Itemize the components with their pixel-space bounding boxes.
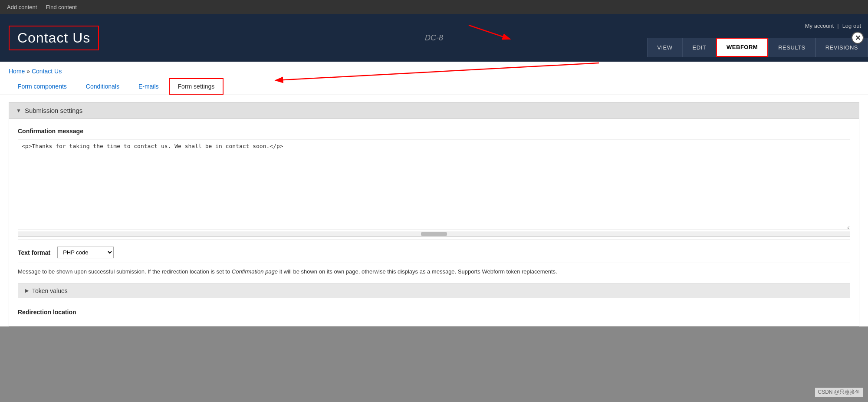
content-wrapper: Home » Contact Us Form components Condit… [0,62,868,326]
breadcrumb-separator: » [26,68,30,75]
main-content: ▼ Submission settings Confirmation messa… [0,102,868,326]
breadcrumb: Home » Contact Us [0,62,868,78]
tab-form-components[interactable]: Form components [9,78,76,95]
tab-results[interactable]: RESULTS [768,38,815,57]
help-text: Message to be shown upon successful subm… [18,263,850,283]
collapse-icon[interactable]: ▼ [16,108,21,114]
close-button[interactable]: ✕ [852,32,864,44]
text-format-label: Text format [18,249,50,256]
header-nav-tabs: VIEW EDIT WEBFORM RESULTS REVISIONS [647,31,868,57]
breadcrumb-current[interactable]: Contact Us [32,68,62,75]
breadcrumb-home[interactable]: Home [9,68,25,75]
tab-form-settings[interactable]: Form settings [169,78,224,95]
find-content-link[interactable]: Find content [46,4,77,10]
tab-edit[interactable]: EDIT [682,38,716,57]
text-format-row: Text format PHP code Full HTML Plain tex… [18,239,850,263]
sub-tabs: Form components Conditionals E-mails For… [0,78,868,95]
token-values-section[interactable]: ▶ Token values [18,283,850,298]
scrollbar-thumb [421,232,447,236]
header-user-links: My account | Log out [805,19,868,31]
site-title: Contact Us [17,30,90,46]
confirmation-message-label: Confirmation message [18,128,850,135]
watermark: CSDN @只惠换鱼 [815,388,863,397]
help-text-before: Message to be shown upon successful subm… [18,268,232,275]
tab-view[interactable]: VIEW [647,38,682,57]
token-values-label: Token values [32,287,68,294]
header-user-area: My account | Log out VIEW EDIT WEBFORM R… [647,19,868,57]
form-section: Confirmation message <p>Thanks for takin… [9,119,859,326]
tab-emails[interactable]: E-mails [129,78,168,95]
admin-toolbar: Add content Find content [0,0,868,14]
token-expand-icon[interactable]: ▶ [25,288,29,293]
close-icon: ✕ [855,34,861,42]
site-title-box: Contact Us [9,26,99,50]
help-text-italic: Confirmation page [232,268,278,275]
site-logo: DC-8 [425,33,443,43]
my-account-link[interactable]: My account [805,23,834,29]
add-content-link[interactable]: Add content [7,4,37,10]
help-text-after: it will be shown on its own page, otherw… [278,268,557,275]
redirection-location-label: Redirection location [18,305,850,317]
tab-conditionals[interactable]: Conditionals [77,78,128,95]
log-out-link[interactable]: Log out [842,23,861,29]
site-header: Contact Us DC-8 My account | Log out VIE… [0,14,868,62]
submission-settings-header[interactable]: ▼ Submission settings [9,102,859,119]
text-format-select[interactable]: PHP code Full HTML Plain text [57,247,114,258]
confirmation-message-textarea[interactable]: <p>Thanks for taking the time to contact… [18,139,850,230]
section-title: Submission settings [25,107,82,114]
tab-webform[interactable]: WEBFORM [716,38,768,57]
horizontal-scrollbar[interactable] [18,231,850,237]
